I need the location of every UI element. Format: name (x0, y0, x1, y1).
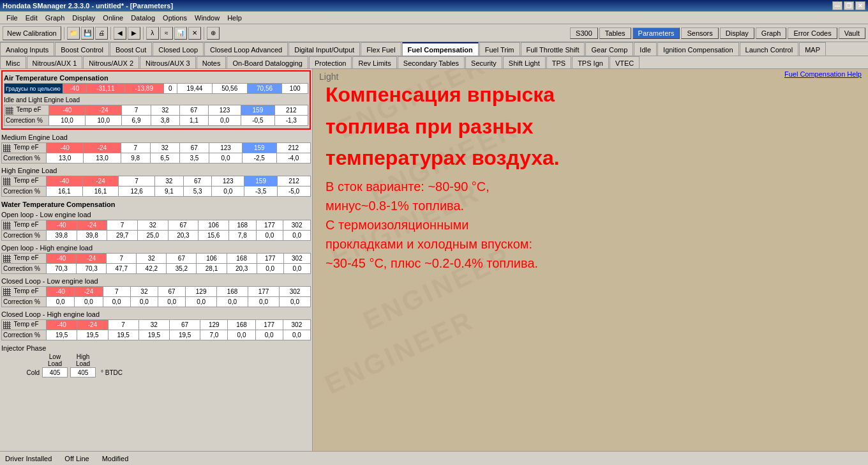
idle-temp-4[interactable]: 67 (179, 105, 208, 116)
tab2-notes[interactable]: Notes (197, 56, 227, 69)
tab-full-throttle[interactable]: Full Throttle Shift (521, 42, 585, 56)
new-calibration-button[interactable]: New Calibration (3, 26, 61, 40)
title-text: Hondata SManager 2.3.3.0 - untitled* - [… (3, 2, 832, 10)
tab2-nitrous3[interactable]: Nitrous/AUX 3 (140, 56, 196, 69)
tab-closed-loop[interactable]: Closed Loop (153, 42, 204, 56)
tab2-protection[interactable]: Protection (309, 56, 352, 69)
russian-line8: ~30-45 °С, плюс ~0.2-0.4% топлива. (326, 254, 855, 273)
display-button[interactable]: Display (720, 27, 754, 39)
clh-temp-label: Temp eF (2, 320, 47, 330)
idle-temp-2[interactable]: 7 (122, 105, 151, 116)
menu-graph[interactable]: Graph (41, 13, 69, 23)
tables-button[interactable]: Tables (599, 27, 631, 39)
tab-digital-io[interactable]: Digital Input/Output (288, 42, 360, 56)
idle-corr-1[interactable]: 10,0 (86, 116, 122, 126)
menu-help[interactable]: Help (223, 13, 246, 23)
menu-display[interactable]: Display (68, 13, 99, 23)
idle-corr-7[interactable]: -1,3 (274, 116, 308, 126)
toolbar-icon-lambda[interactable]: λ (146, 27, 159, 40)
tab2-tps[interactable]: TPS (546, 56, 571, 69)
tab-launch-control[interactable]: Launch Control (740, 42, 799, 56)
toolbar-icon-5[interactable]: ▶ (128, 27, 140, 40)
injector-phase-title: Injector Phase (1, 343, 311, 353)
menu-datalog[interactable]: Datalog (127, 13, 159, 23)
idle-temp-1[interactable]: -24 (86, 105, 122, 116)
cold-low-input[interactable] (42, 367, 68, 377)
restore-button[interactable]: ❐ (844, 1, 854, 10)
tab2-security[interactable]: Security (465, 56, 502, 69)
idle-corr-5[interactable]: 0,0 (208, 116, 241, 126)
btdc-label: ° BTDC (101, 369, 123, 376)
menu-options[interactable]: Options (159, 13, 191, 23)
tab-gear-comp[interactable]: Gear Comp (585, 42, 633, 56)
tab2-secondary[interactable]: Secondary Tables (398, 56, 465, 69)
tab-map[interactable]: MAP (799, 42, 826, 56)
driver-installed-status: Driver Installed (5, 455, 52, 462)
sensors-button[interactable]: Sensors (681, 27, 718, 39)
idle-temp-5[interactable]: 123 (208, 105, 241, 116)
minimize-button[interactable]: — (832, 1, 842, 10)
tab2-misc[interactable]: Misc (0, 56, 26, 69)
close-button[interactable]: ✕ (855, 1, 865, 10)
idle-temp-3[interactable]: 32 (151, 105, 179, 116)
menu-online[interactable]: Online (99, 13, 127, 23)
clh-corr-label: Correction % (2, 330, 47, 340)
idle-corr-6[interactable]: -0,5 (241, 116, 274, 126)
tab-fuel-comp[interactable]: Fuel Compensation (402, 42, 479, 56)
tab-ignition-comp[interactable]: Ignition Compensation (657, 42, 738, 56)
grid-icon-oll (3, 222, 11, 229)
menu-window[interactable]: Window (191, 13, 223, 23)
tab-boost-cut[interactable]: Boost Cut (110, 42, 152, 56)
cold-high-input[interactable] (70, 367, 96, 377)
toolbar-icon-4[interactable]: ◀ (114, 27, 126, 40)
toolbar-icon-chart[interactable]: 📊 (174, 27, 187, 40)
tab2-nitrous1[interactable]: Nitrous/AUX 1 (27, 56, 83, 69)
s300-button[interactable]: S300 (570, 27, 598, 39)
parameters-button[interactable]: Parameters (632, 27, 680, 39)
russian-line4: В сток варианте: ~80-90 °С, (326, 177, 855, 196)
vault-button[interactable]: Vault (839, 27, 865, 39)
toolbar-icon-1[interactable]: 📁 (67, 27, 80, 40)
tab-idle[interactable]: Idle (634, 42, 657, 56)
toolbar-icon-3[interactable]: 🖨 (95, 27, 108, 40)
error-codes-button[interactable]: Error Codes (788, 27, 837, 39)
tab-boost-control[interactable]: Boost Control (55, 42, 109, 56)
toolbar-icon-x[interactable]: ✕ (188, 27, 201, 40)
tab-fuel-trim[interactable]: Fuel Trim (479, 42, 520, 56)
tab2-tps-ign[interactable]: TPS Ign (572, 56, 609, 69)
left-panel: Air Temperature Compensation Градусы по … (0, 69, 313, 451)
header-temp-7: 70,56 (247, 84, 282, 94)
water-temp-title: Water Temperature Compensation (1, 199, 311, 210)
tab-closed-loop-adv[interactable]: Closed Loop Advanced (204, 42, 288, 56)
toolbar-icon-bluetooth[interactable]: ⊕ (207, 27, 220, 40)
high-section: High Engine Load Temp eF -40 -24 7 32 67… (1, 165, 311, 197)
tab-analog-inputs[interactable]: Analog Inputs (0, 42, 54, 56)
idle-corr-2[interactable]: 6,9 (122, 116, 151, 126)
menu-edit[interactable]: Edit (22, 13, 41, 23)
idle-temp-6[interactable]: 159 (241, 105, 274, 116)
idle-corr-3[interactable]: 3,8 (151, 116, 179, 126)
graph-button[interactable]: Graph (756, 27, 787, 39)
cl-low-title: Closed Loop - Low engine load (1, 276, 311, 286)
status-bar: Driver Installed Off Line Modified (0, 451, 868, 465)
toolbar-icon-2[interactable]: 💾 (81, 27, 94, 40)
toolbar: New Calibration 📁 💾 🖨 ◀ ▶ λ ≈ 📊 ✕ ⊕ S300… (0, 24, 868, 42)
tab-flex-fuel[interactable]: Flex Fuel (361, 42, 401, 56)
high-load-label: High Load (70, 353, 96, 367)
toolbar-separator (64, 27, 64, 40)
idle-corr-0[interactable]: 10,0 (49, 116, 86, 126)
menu-file[interactable]: File (3, 13, 22, 23)
idle-corr-4[interactable]: 1,1 (179, 116, 208, 126)
tab2-vtec[interactable]: VTEC (610, 56, 640, 69)
tab2-shift-light[interactable]: Shift Light (503, 56, 546, 69)
injector-header-row: Low Load High Load (1, 353, 311, 367)
menu-bar: File Edit Graph Display Online Datalog O… (0, 11, 868, 24)
idle-temp-0[interactable]: -40 (49, 105, 86, 116)
grid-icon-cll (3, 288, 11, 296)
cl-low-section: Closed Loop - Low engine load Temp eF -4… (1, 276, 311, 307)
tab2-datalogging[interactable]: On-Board Datalogging (227, 56, 308, 69)
idle-temp-7[interactable]: 212 (274, 105, 308, 116)
toolbar-icon-wave[interactable]: ≈ (160, 27, 173, 40)
tab2-nitrous2[interactable]: Nitrous/AUX 2 (83, 56, 139, 69)
tab2-rev-limits[interactable]: Rev Limits (352, 56, 396, 69)
